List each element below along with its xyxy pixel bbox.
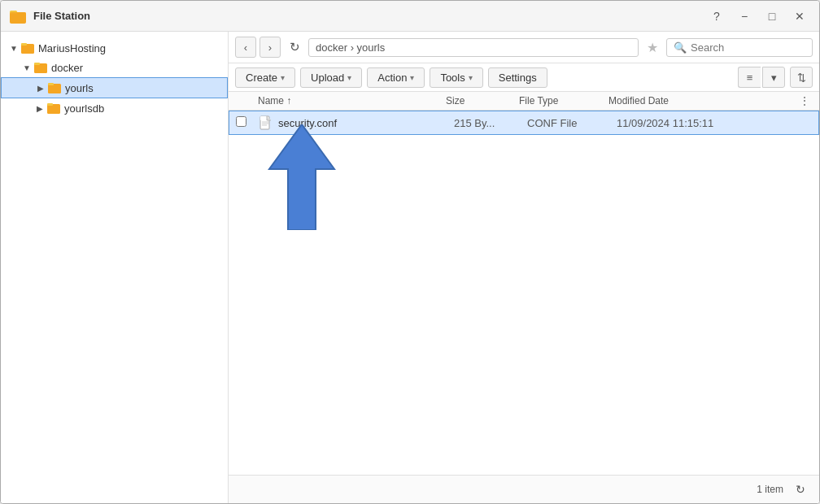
folder-icon-yourls — [47, 80, 62, 95]
sort-button[interactable]: ⇅ — [790, 67, 813, 88]
sidebar-label-yourls: yourls — [65, 82, 94, 94]
view-buttons: ≡ ▾ ⇅ — [738, 67, 813, 88]
file-type: CONF File — [527, 117, 617, 129]
view-list-button[interactable]: ≡ — [738, 67, 761, 88]
header-size-label: Size — [446, 95, 465, 106]
header-more[interactable]: ⋮ — [796, 95, 813, 106]
tools-button[interactable]: Tools ▾ — [430, 67, 482, 88]
file-size-text: 215 By... — [454, 117, 495, 129]
main-area: ▼ MariusHosting ▼ docker ▶ — [1, 32, 819, 503]
favorite-button[interactable]: ★ — [642, 37, 663, 58]
status-bar: 1 item ↻ — [229, 475, 819, 503]
file-name-text: security.conf — [278, 117, 337, 129]
search-box: 🔍 — [666, 38, 813, 57]
folder-icon-mariushosting — [20, 41, 35, 55]
file-type-text: CONF File — [527, 117, 577, 129]
file-date-text: 11/09/2024 11:15:11 — [617, 117, 713, 129]
svg-rect-10 — [47, 103, 53, 106]
file-list-header: Name ↑ Size File Type Modified Date — [229, 92, 819, 111]
minimize-button[interactable]: − — [733, 5, 756, 28]
refresh-nav-button[interactable]: ↻ — [284, 37, 305, 58]
header-more-icon: ⋮ — [800, 95, 809, 106]
tools-label: Tools — [440, 72, 465, 84]
create-button[interactable]: Create ▾ — [235, 67, 295, 88]
sidebar-item-mariushosting[interactable]: ▼ MariusHosting — [1, 38, 228, 58]
view-list-icon: ≡ — [747, 72, 753, 84]
create-dropdown-arrow: ▾ — [281, 73, 285, 82]
path-text: docker › yourls — [316, 41, 385, 54]
title-bar: File Station ? − □ ✕ — [1, 1, 819, 32]
title-bar-left: File Station — [9, 7, 90, 25]
path-bar: docker › yourls — [308, 38, 639, 57]
sidebar-item-docker[interactable]: ▼ docker — [1, 58, 228, 77]
conf-file-icon — [259, 115, 273, 130]
back-button[interactable]: ‹ — [235, 37, 256, 58]
file-station-window: File Station ? − □ ✕ ▼ MariusHosting ▼ — [0, 0, 820, 504]
folder-icon-yourlsdb — [46, 101, 61, 115]
file-list: Name ↑ Size File Type Modified Date — [229, 92, 819, 475]
sidebar-item-yourls[interactable]: ▶ yourls — [1, 77, 228, 98]
svg-rect-12 — [260, 116, 267, 120]
status-refresh-button[interactable]: ↻ — [790, 479, 811, 500]
maximize-button[interactable]: □ — [761, 5, 783, 28]
right-panel: ‹ › ↻ docker › yourls ★ 🔍 Create ▾ — [229, 32, 819, 503]
sidebar-label-docker: docker — [51, 62, 83, 74]
nav-toolbar: ‹ › ↻ docker › yourls ★ 🔍 — [229, 32, 819, 63]
header-date-label: Modified Date — [608, 95, 669, 106]
sidebar-item-yourlsdb[interactable]: ▶ yourlsdb — [1, 98, 228, 118]
action-button[interactable]: Action ▾ — [367, 67, 425, 88]
file-name: security.conf — [259, 115, 454, 130]
action-toolbar: Create ▾ Upload ▾ Action ▾ Tools ▾ Setti… — [229, 63, 819, 92]
action-label: Action — [377, 72, 407, 84]
search-input[interactable] — [691, 41, 805, 54]
item-count: 1 item — [757, 484, 783, 495]
search-icon: 🔍 — [674, 41, 687, 54]
svg-rect-6 — [34, 63, 40, 65]
app-icon — [9, 7, 27, 25]
file-date: 11/09/2024 11:15:11 — [617, 117, 812, 129]
app-title: File Station — [33, 10, 90, 22]
header-size[interactable]: Size — [446, 95, 519, 106]
help-button[interactable]: ? — [705, 5, 728, 28]
header-type-label: File Type — [519, 95, 558, 106]
settings-button[interactable]: Settings — [488, 67, 547, 88]
toggle-docker[interactable]: ▼ — [20, 61, 33, 74]
file-size: 215 By... — [454, 117, 527, 129]
svg-rect-8 — [48, 83, 54, 85]
action-dropdown-arrow: ▾ — [410, 73, 414, 82]
svg-rect-2 — [10, 12, 26, 23]
upload-dropdown-arrow: ▾ — [347, 73, 351, 82]
title-bar-controls: ? − □ ✕ — [705, 5, 811, 28]
upload-label: Upload — [311, 72, 344, 84]
header-name[interactable]: Name ↑ — [258, 95, 446, 106]
folder-icon-docker — [33, 60, 48, 75]
settings-label: Settings — [499, 72, 537, 84]
toggle-mariushosting[interactable]: ▼ — [7, 41, 20, 54]
forward-button[interactable]: › — [260, 37, 281, 58]
header-date[interactable]: Modified Date — [608, 95, 796, 106]
view-dropdown-icon: ▾ — [771, 72, 777, 84]
toggle-yourls[interactable]: ▶ — [34, 81, 47, 94]
view-dropdown-button[interactable]: ▾ — [762, 67, 785, 88]
sidebar: ▼ MariusHosting ▼ docker ▶ — [1, 32, 229, 503]
file-check[interactable] — [236, 116, 259, 129]
toggle-yourlsdb[interactable]: ▶ — [33, 102, 46, 115]
create-label: Create — [246, 72, 277, 84]
close-button[interactable]: ✕ — [788, 5, 811, 28]
table-row[interactable]: security.conf 215 By... CONF File 11/09/… — [229, 111, 819, 135]
svg-rect-4 — [21, 43, 27, 46]
header-name-label: Name — [258, 95, 284, 106]
content-area: Name ↑ Size File Type Modified Date — [229, 92, 819, 475]
header-name-sort: ↑ — [286, 95, 291, 106]
sort-icon: ⇅ — [797, 72, 806, 84]
tools-dropdown-arrow: ▾ — [469, 73, 473, 82]
sidebar-label-mariushosting: MariusHosting — [38, 42, 106, 54]
sidebar-label-yourlsdb: yourlsdb — [64, 102, 104, 115]
file-checkbox[interactable] — [236, 116, 246, 127]
header-type[interactable]: File Type — [519, 95, 608, 106]
upload-button[interactable]: Upload ▾ — [300, 67, 362, 88]
